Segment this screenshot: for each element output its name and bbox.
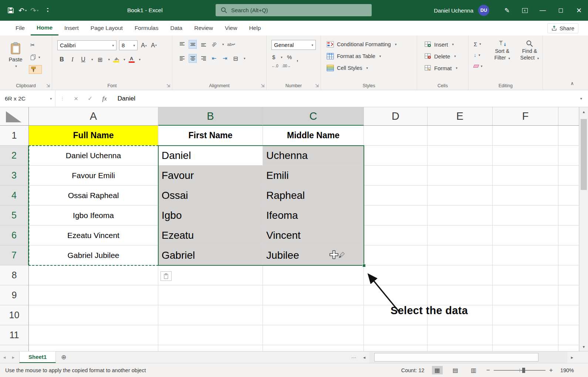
decrease-decimal-button[interactable]: .00→ (282, 64, 291, 68)
cell-F1[interactable] (493, 126, 558, 146)
share-button[interactable]: Share (547, 23, 578, 33)
cell-F6[interactable] (493, 225, 558, 245)
conditional-formatting-button[interactable]: Conditional Formatting ▾ (321, 38, 417, 50)
cell-D6[interactable] (364, 225, 428, 245)
cell-A8[interactable] (29, 265, 158, 285)
user-name[interactable]: Daniel Uchenna (434, 7, 473, 14)
cell-A11[interactable] (29, 325, 158, 345)
cell-C9[interactable] (263, 285, 364, 305)
cell-D3[interactable] (364, 166, 428, 186)
cell-D5[interactable] (364, 206, 428, 225)
zoom-level[interactable]: 190% (560, 367, 574, 373)
cell-C6[interactable]: Vincent (263, 225, 364, 245)
cell-A12[interactable] (29, 345, 158, 351)
row-header-6[interactable]: 6 (0, 225, 29, 245)
tab-view[interactable]: View (219, 21, 243, 35)
cell-C12[interactable] (263, 345, 364, 351)
row-header-4[interactable]: 4 (0, 186, 29, 206)
cell-C10[interactable] (263, 305, 364, 325)
row-header-8[interactable]: 8 (0, 265, 29, 285)
vscroll-down-arrow[interactable]: ▾ (579, 342, 588, 351)
cell-C7[interactable]: Jubilee (263, 245, 364, 265)
column-header-B[interactable]: B (158, 107, 263, 126)
cell-D11[interactable] (364, 325, 428, 345)
tab-insert[interactable]: Insert (58, 21, 85, 35)
cell-B11[interactable] (158, 325, 263, 345)
format-cells-button[interactable]: Format ▾ (417, 62, 468, 74)
name-box[interactable]: 6R x 2C▾ (0, 90, 55, 107)
row-header-7[interactable]: 7 (0, 245, 29, 265)
tab-formulas[interactable]: Formulas (129, 21, 165, 35)
cell-A4[interactable]: Ossai Rapheal (29, 186, 158, 206)
align-top-button[interactable] (178, 40, 186, 48)
alignment-dialog-launcher[interactable]: ⇲ (261, 83, 264, 88)
number-format-select[interactable]: General▾ (271, 40, 316, 50)
horizontal-scrollbar-thumb[interactable] (374, 353, 538, 361)
cell-B8[interactable] (158, 265, 263, 285)
increase-indent-button[interactable]: ⇥ (221, 54, 229, 62)
tab-review[interactable]: Review (188, 21, 219, 35)
cell-D7[interactable] (364, 245, 428, 265)
cell-E12[interactable] (428, 345, 493, 351)
align-right-button[interactable] (200, 54, 207, 62)
cell-C11[interactable] (263, 325, 364, 345)
confirm-entry-button[interactable]: ✓ (88, 95, 92, 102)
cell-A10[interactable] (29, 305, 158, 325)
cell-F12[interactable] (493, 345, 558, 351)
sheet-tab-sheet1[interactable]: Sheet1 (19, 351, 56, 363)
vertical-scrollbar[interactable]: ▴ ▾ (579, 107, 588, 351)
hscroll-left-arrow[interactable]: ◂ (359, 355, 369, 360)
zoom-out-button[interactable]: − (486, 367, 490, 374)
cell-styles-button[interactable]: Cell Styles ▾ (321, 62, 417, 74)
avatar[interactable]: DU (478, 5, 489, 16)
cell-B2[interactable]: Daniel (158, 146, 263, 166)
merge-center-button[interactable]: ⊟ (232, 54, 239, 62)
cell-A7[interactable]: Gabriel Jubilee (29, 245, 158, 265)
row-header-5[interactable]: 5 (0, 206, 29, 225)
cell-B3[interactable]: Favour (158, 166, 263, 186)
cell-F9[interactable] (493, 285, 558, 305)
column-header-E[interactable]: E (428, 107, 493, 126)
number-dialog-launcher[interactable]: ⇲ (315, 83, 319, 88)
formula-input[interactable]: Daniel (118, 95, 135, 102)
tab-page-layout[interactable]: Page Layout (85, 21, 129, 35)
row-header-12[interactable] (0, 345, 29, 351)
cell-E4[interactable] (428, 186, 493, 206)
cell-F11[interactable] (493, 325, 558, 345)
align-left-button[interactable] (178, 54, 186, 62)
cell-B9[interactable] (158, 285, 263, 305)
paste-button[interactable]: Paste ▾ (5, 39, 26, 78)
cell-D8[interactable] (364, 265, 428, 285)
cell-A1[interactable]: Full Name (29, 126, 158, 146)
format-as-table-button[interactable]: Format as Table ▾ (321, 50, 417, 62)
cell-D4[interactable] (364, 186, 428, 206)
page-layout-view-button[interactable]: ▤ (450, 366, 461, 374)
cell-F2[interactable] (493, 146, 558, 166)
ribbon-display-options-button[interactable]: ∧ (516, 0, 534, 21)
bold-button[interactable]: B (58, 55, 65, 64)
undo-button[interactable]: ↶▾ (17, 4, 28, 17)
customize-quick-access-button[interactable]: ▾ (41, 4, 52, 17)
insert-function-button[interactable]: fx (102, 95, 107, 102)
cell-B5[interactable]: Igbo (158, 206, 263, 225)
cell-E2[interactable] (428, 146, 493, 166)
select-all-button[interactable] (0, 107, 29, 126)
maximize-button[interactable] (552, 0, 570, 21)
cell-A2[interactable]: Daniel Uchenna (29, 146, 158, 166)
row-header-10[interactable]: 10 (0, 305, 29, 325)
decrease-indent-button[interactable]: ⇤ (210, 54, 218, 62)
formula-bar-grip[interactable]: ⋮ (60, 96, 65, 101)
cell-C3[interactable]: Emili (263, 166, 364, 186)
fill-button[interactable]: ↓▾ (474, 51, 483, 59)
row-header-2[interactable]: 2 (0, 146, 29, 166)
percent-style-button[interactable]: % (287, 54, 292, 60)
insert-cells-button[interactable]: Insert ▾ (417, 38, 468, 50)
cell-E11[interactable] (428, 325, 493, 345)
tab-home[interactable]: Home (31, 21, 58, 35)
cell-E5[interactable] (428, 206, 493, 225)
tab-help[interactable]: Help (243, 21, 267, 35)
cancel-entry-button[interactable]: × (74, 95, 78, 103)
cell-C1[interactable]: Middle Name (263, 126, 364, 146)
close-button[interactable]: × (570, 0, 588, 21)
increase-decimal-button[interactable]: ←.0 (271, 64, 278, 68)
